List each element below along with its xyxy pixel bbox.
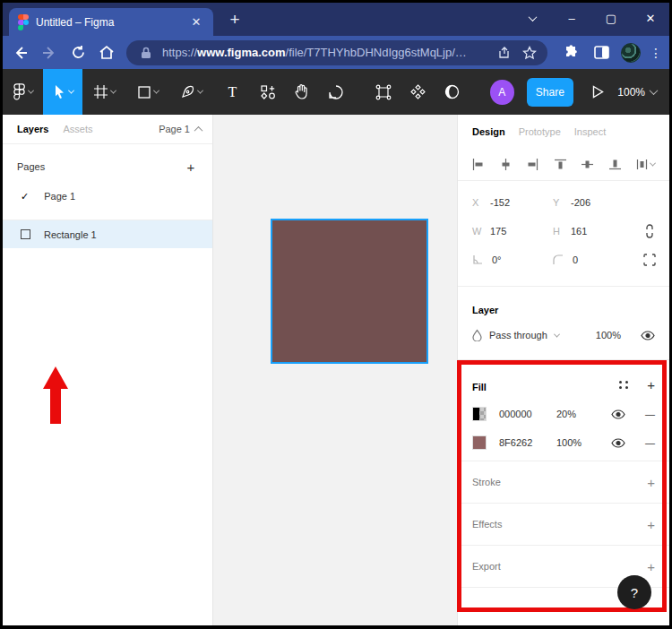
tab-prototype[interactable]: Prototype (519, 126, 561, 137)
fill-row: 8F6262 100% — (472, 428, 655, 457)
y-value[interactable]: -206 (571, 197, 590, 208)
add-stroke-button[interactable]: + (647, 475, 655, 490)
x-value[interactable]: -152 (490, 197, 510, 208)
add-fill-button[interactable]: + (647, 377, 655, 392)
reload-icon[interactable] (65, 40, 90, 65)
effects-section-title: Effects (472, 519, 502, 530)
selected-rectangle[interactable] (271, 219, 428, 364)
text-tool-button[interactable]: T (214, 69, 251, 115)
align-left-icon[interactable] (472, 159, 484, 170)
remove-fill-icon[interactable]: — (645, 409, 655, 419)
canvas[interactable] (213, 115, 457, 625)
page-list-item[interactable]: ✓ Page 1 (3, 184, 212, 209)
figma-toolbar: T (3, 69, 669, 115)
lock-icon[interactable] (137, 44, 155, 62)
layers-panel: Layers Assets Page 1 Pages + ✓ Page 1 Re… (3, 115, 213, 625)
share-button[interactable]: Share (527, 78, 574, 107)
align-right-icon[interactable] (527, 159, 538, 170)
tab-close-icon[interactable]: ✕ (188, 14, 204, 30)
layer-opacity-value[interactable]: 100% (596, 330, 621, 340)
corner-radius-value[interactable]: 0 (573, 254, 578, 265)
comment-tool-button[interactable] (318, 69, 353, 115)
create-component-button[interactable] (401, 69, 435, 115)
fill-row: 000000 20% — (472, 400, 655, 428)
browser-menu-icon[interactable]: ⋮ (650, 51, 662, 55)
add-export-button[interactable]: + (647, 559, 655, 574)
mask-tool-button[interactable] (435, 69, 470, 115)
browser-titlebar: Untitled – Figma ✕ + – ▢ ✕ (3, 3, 669, 36)
help-button[interactable]: ? (617, 575, 651, 609)
fill-section-title: Fill (472, 382, 487, 392)
align-top-icon[interactable] (555, 159, 566, 170)
independent-corners-icon[interactable] (637, 254, 662, 266)
width-value[interactable]: 175 (490, 226, 506, 237)
share-page-icon[interactable] (495, 44, 513, 62)
fill-hex-value[interactable]: 8F6262 (499, 437, 556, 448)
browser-tab[interactable]: Untitled – Figma ✕ (9, 8, 213, 36)
rotation-icon (472, 254, 483, 265)
annotation-arrow-stem (50, 388, 61, 424)
move-tool-button[interactable] (43, 69, 82, 115)
resources-tool-button[interactable] (251, 69, 285, 115)
distribute-menu-icon[interactable] (636, 159, 655, 170)
new-tab-button[interactable]: + (224, 9, 246, 30)
tab-title: Untitled – Figma (36, 16, 181, 29)
fill-color-swatch[interactable] (472, 435, 487, 450)
fill-visibility-eye-icon[interactable] (611, 438, 625, 448)
url-text: https://www.figma.com/file/T7THYhbDHNdIg… (162, 46, 488, 59)
add-effect-button[interactable]: + (647, 517, 655, 532)
blend-mode-select[interactable]: Pass through (489, 330, 547, 340)
width-label: W (472, 226, 481, 237)
pages-header: Pages (17, 161, 45, 172)
side-panel-icon[interactable] (590, 42, 612, 64)
fill-hex-value[interactable]: 000000 (499, 409, 556, 419)
forward-icon[interactable] (37, 40, 62, 65)
frame-tool-button[interactable] (82, 69, 126, 115)
fill-opacity-value[interactable]: 100% (556, 437, 603, 448)
fill-opacity-value[interactable]: 20% (556, 409, 603, 419)
home-icon[interactable] (94, 40, 119, 65)
shape-tool-button[interactable] (126, 69, 170, 115)
hand-tool-button[interactable] (285, 69, 319, 115)
window-close-button[interactable]: ✕ (639, 6, 662, 30)
tab-layers[interactable]: Layers (17, 124, 48, 134)
page-selector[interactable]: Page 1 (159, 124, 202, 134)
extensions-icon[interactable] (560, 42, 582, 64)
y-label: Y (553, 197, 562, 208)
browser-window: Untitled – Figma ✕ + – ▢ ✕ https://www (0, 0, 672, 629)
pen-tool-button[interactable] (170, 69, 214, 115)
bookmark-star-icon[interactable] (521, 44, 538, 62)
align-vertical-center-icon[interactable] (582, 159, 593, 170)
zoom-menu[interactable]: 100% (617, 69, 669, 115)
url-bar[interactable]: https://www.figma.com/file/T7THYhbDHNdIg… (126, 40, 547, 65)
figma-favicon (18, 14, 29, 30)
add-page-button[interactable]: + (182, 159, 200, 175)
window-minimize-button[interactable]: – (560, 6, 583, 30)
back-icon[interactable] (8, 40, 33, 65)
fill-styles-icon[interactable] (619, 381, 629, 389)
align-bottom-icon[interactable] (609, 159, 621, 170)
layer-visibility-eye-icon[interactable] (641, 331, 655, 340)
main-menu-button[interactable] (3, 69, 43, 115)
blend-mode-icon (472, 329, 482, 341)
rotation-value[interactable]: 0° (492, 254, 502, 265)
height-value[interactable]: 161 (571, 226, 587, 237)
tab-inspect[interactable]: Inspect (574, 126, 606, 137)
figma-user-avatar[interactable]: A (490, 80, 513, 105)
remove-fill-icon[interactable]: — (645, 437, 655, 448)
fill-color-swatch[interactable] (472, 407, 487, 421)
page-item-label: Page 1 (44, 191, 75, 202)
layer-section-title: Layer (472, 305, 498, 315)
constrain-proportions-icon[interactable] (637, 224, 662, 238)
tab-assets[interactable]: Assets (63, 124, 92, 134)
tab-search-icon[interactable] (521, 6, 544, 30)
window-maximize-button[interactable]: ▢ (599, 6, 623, 30)
present-button[interactable] (579, 69, 617, 115)
fill-visibility-eye-icon[interactable] (611, 409, 625, 419)
align-horizontal-center-icon[interactable] (500, 159, 512, 170)
browser-profile-avatar[interactable] (621, 43, 641, 63)
height-label: H (553, 226, 562, 237)
edit-object-button[interactable] (366, 69, 401, 115)
tab-design[interactable]: Design (472, 126, 505, 137)
layer-list-item-rectangle-1[interactable]: Rectangle 1 (3, 220, 212, 248)
